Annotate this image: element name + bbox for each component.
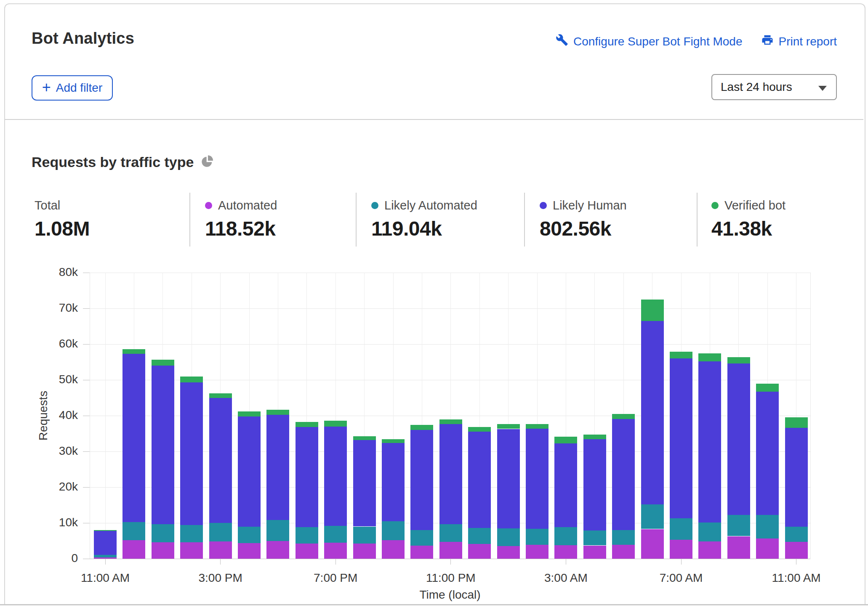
bar-segment-likely-automated <box>583 530 606 546</box>
bar-segment-likely-automated <box>94 555 117 557</box>
bar-segment-verified-bot <box>698 353 721 361</box>
bar-segment-verified-bot <box>122 349 145 354</box>
bar-segment-verified-bot <box>756 384 779 392</box>
bar-segment-automated <box>756 538 779 559</box>
y-axis-tick <box>83 273 90 273</box>
bar-segment-automated <box>439 542 462 559</box>
bar-segment-verified-bot <box>238 411 261 416</box>
bar-segment-automated <box>497 546 520 559</box>
bar-segment-likely-human <box>583 439 606 530</box>
bar-segment-verified-bot <box>583 435 606 439</box>
bar-segment-likely-human <box>641 321 664 504</box>
bar-segment-verified-bot <box>785 417 808 428</box>
y-axis-tick <box>83 308 90 309</box>
bar-segment-automated <box>641 529 664 559</box>
x-axis-tick-label: 11:00 AM <box>59 571 152 585</box>
y-axis-tick-label: 20k <box>32 480 78 493</box>
bar-segment-likely-automated <box>468 528 491 544</box>
bar-segment-verified-bot <box>727 357 750 363</box>
bar-segment-likely-human <box>410 430 433 530</box>
x-axis-tick <box>796 559 796 565</box>
bar-segment-automated <box>583 546 606 559</box>
y-gridline <box>90 308 810 309</box>
y-axis-tick-label: 10k <box>32 516 78 529</box>
bar-segment-likely-automated <box>353 527 376 544</box>
y-axis-title: Requests <box>36 374 51 458</box>
bar-segment-automated <box>266 541 289 559</box>
bar-segment-likely-human <box>439 424 462 524</box>
bar-segment-verified-bot <box>296 422 318 427</box>
bar-segment-automated <box>468 544 491 559</box>
bar-segment-likely-human <box>180 382 203 525</box>
x-axis-tick <box>681 559 682 565</box>
x-axis-tick <box>450 559 451 565</box>
bar-segment-verified-bot <box>410 425 433 430</box>
bar-segment-verified-bot <box>554 437 577 443</box>
x-axis-tick-label: 3:00 PM <box>174 571 267 585</box>
bar-segment-verified-bot <box>209 393 232 398</box>
y-axis-tick <box>83 344 90 345</box>
bar-segment-likely-human <box>266 415 289 520</box>
x-axis-tick-label: 11:00 PM <box>405 571 497 585</box>
bar-segment-likely-automated <box>641 504 664 529</box>
y-gridline <box>90 273 810 273</box>
bar-segment-likely-human <box>612 419 635 530</box>
bar-segment-likely-automated <box>526 529 548 545</box>
bar-segment-likely-human <box>296 427 318 527</box>
bar-segment-likely-automated <box>180 525 203 542</box>
bar-segment-likely-human <box>152 366 174 524</box>
bar-segment-automated <box>238 543 261 559</box>
bar-segment-automated <box>324 543 347 559</box>
y-axis-tick <box>83 523 90 523</box>
bar-segment-likely-automated <box>238 527 261 543</box>
bar-segment-automated <box>785 542 808 559</box>
bar-segment-verified-bot <box>266 410 289 415</box>
bar-segment-verified-bot <box>641 300 664 321</box>
bar-segment-likely-automated <box>296 527 318 544</box>
x-axis-tick <box>105 559 106 565</box>
bar-segment-likely-automated <box>439 524 462 542</box>
bar-segment-automated <box>122 540 145 559</box>
y-gridline <box>90 344 810 345</box>
y-axis-tick-label: 80k <box>32 265 78 279</box>
bar-segment-likely-human <box>382 443 405 521</box>
bar-segment-verified-bot <box>670 352 692 358</box>
bar-segment-verified-bot <box>497 424 520 429</box>
bar-segment-automated <box>698 541 721 559</box>
x-axis-tick-label: 7:00 AM <box>635 571 727 585</box>
bar-segment-likely-automated <box>756 515 779 538</box>
bar-segment-automated <box>554 545 577 559</box>
bar-segment-automated <box>209 541 232 559</box>
bottom-border <box>0 604 868 605</box>
bar-segment-likely-automated <box>410 530 433 546</box>
bar-segment-automated <box>727 536 750 559</box>
bar-segment-likely-automated <box>122 522 145 540</box>
bar-segment-verified-bot <box>324 421 347 427</box>
bar-segment-likely-human <box>698 361 721 522</box>
x-axis-tick <box>220 559 221 565</box>
x-axis-tick-label: 3:00 AM <box>519 571 612 585</box>
bar-segment-automated <box>612 545 635 559</box>
bar-segment-likely-automated <box>612 530 635 545</box>
plot-right-edge <box>810 273 811 559</box>
bar-segment-likely-human <box>209 398 232 523</box>
bar-segment-likely-automated <box>497 528 520 546</box>
x-gridline <box>105 273 106 559</box>
y-axis-tick-label: 70k <box>32 301 78 315</box>
bar-segment-automated <box>152 542 174 559</box>
requests-by-traffic-type-chart: 010k20k30k40k50k60k70k80k11:00 AM3:00 PM… <box>0 0 868 610</box>
x-axis-title: Time (local) <box>366 588 534 602</box>
bar-segment-verified-bot <box>180 377 203 383</box>
bar-segment-automated <box>526 545 548 559</box>
bar-segment-likely-automated <box>785 527 808 542</box>
bar-segment-automated <box>670 540 692 559</box>
bar-segment-verified-bot <box>439 419 462 424</box>
x-axis-tick-label: 11:00 AM <box>750 571 843 585</box>
bar-segment-likely-automated <box>382 521 405 540</box>
y-axis-tick <box>83 559 90 559</box>
bar-segment-likely-automated <box>266 520 289 541</box>
y-axis-tick-label: 0 <box>32 552 78 565</box>
bar-segment-verified-bot <box>468 427 491 432</box>
bar-segment-likely-human <box>94 531 117 555</box>
bar-segment-verified-bot <box>526 424 548 429</box>
